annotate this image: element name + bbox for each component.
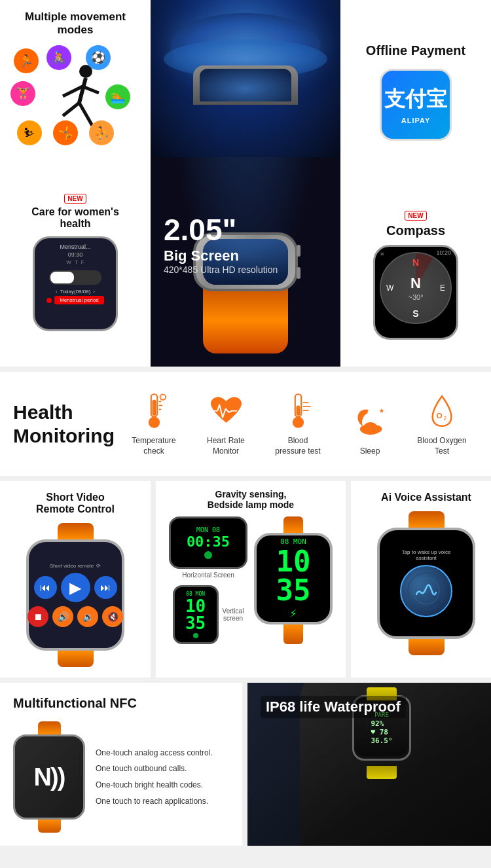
nfc-symbol: N)) xyxy=(34,763,65,791)
section-features: Short Video Remote Control Short video r… xyxy=(0,481,491,678)
hero-screen-label: Big Screen xyxy=(164,247,278,264)
compass-w: W xyxy=(386,283,393,293)
svg-line-3 xyxy=(79,103,92,126)
mute-btn[interactable]: 🔇 xyxy=(102,606,123,627)
sport-icon-4: 🏋 xyxy=(10,81,35,106)
vert-time: 1035 xyxy=(185,598,206,632)
vertical-screen-block: 08 MON 1035 Vertical screen xyxy=(173,585,244,644)
ai-watch: Tap to wake up voice assistant xyxy=(377,528,475,639)
compass-degrees: ~30° xyxy=(408,293,423,301)
svg-rect-16 xyxy=(296,405,300,415)
blood-pressure-icon xyxy=(280,391,316,431)
nfc-band-top xyxy=(38,721,61,734)
watch-screen-top xyxy=(200,69,291,101)
payment-cell: Offline Payment 支付宝 ALIPAY xyxy=(340,0,491,183)
svg-text:2: 2 xyxy=(443,415,446,422)
wm-toggle xyxy=(49,270,101,285)
horiz-date: MON 08 xyxy=(196,526,220,533)
video-row2: ⏹ 🔊 🔉 🔇 xyxy=(27,606,123,627)
health-item-oxygen: O 2 Blood Oxygen Test xyxy=(416,391,468,456)
nfc-title: Multifunctional NFC xyxy=(13,696,137,711)
new-badge-compass: NEW xyxy=(405,211,426,221)
video-watch-band-top xyxy=(58,523,94,539)
alipay-chinese: 支付宝 xyxy=(384,85,447,114)
health-label-oxygen: Blood Oxygen Test xyxy=(417,436,466,456)
video-label-text: Short video remote xyxy=(50,563,94,569)
svg-line-2 xyxy=(63,103,79,116)
nfc-content: N)) One-touch analog access control. One… xyxy=(13,721,213,833)
horizontal-label: Horizontal Screen xyxy=(182,571,234,579)
large-band-bottom xyxy=(283,624,303,644)
prev-btn[interactable]: ⏮ xyxy=(34,576,57,599)
vertical-label: Vertical screen xyxy=(223,607,244,622)
nfc-feature-2: One touch outbound calls. xyxy=(96,763,213,774)
heart-rate-icon xyxy=(208,391,244,431)
small-screens: MON 08 00:35 Horizontal Screen 08 MON 10… xyxy=(169,516,247,644)
svg-point-18 xyxy=(295,419,301,425)
crown-top xyxy=(297,245,300,257)
alipay-box: 支付宝 ALIPAY xyxy=(380,69,452,141)
nfc-feature-1: One-touch analog access control. xyxy=(96,748,213,759)
sport-icon-3: ⚽ xyxy=(86,45,111,70)
nfc-feature-4: One touch to reach applications. xyxy=(96,796,213,807)
ai-wave-visual xyxy=(407,571,446,611)
video-watch: Short video remote ⟳ ⏮ ▶ ⏭ ⏹ 🔊 🔉 🔇 xyxy=(26,539,124,651)
wm-app-title: Menstrual... xyxy=(60,244,90,250)
wm-date: Today(09/08) xyxy=(60,289,91,295)
compass-n: N xyxy=(412,257,419,268)
health-label-blood: Blood pressure test xyxy=(275,436,320,456)
health-item-temperature: ° Temperature check xyxy=(128,391,180,456)
wm-period-label: Menstrual period xyxy=(54,296,104,304)
screens-row: MON 08 00:35 Horizontal Screen 08 MON 10… xyxy=(169,516,333,644)
health-monitoring-section: Health Monitoring ° Temperature check xyxy=(0,372,491,476)
sport-icon-7: 🤸 xyxy=(53,120,78,145)
wm-date-row: ‹ Today(09/08) › xyxy=(56,289,95,295)
wm-days: W T F xyxy=(66,259,84,265)
payment-title: Offline Payment xyxy=(366,43,465,58)
women-title: Care for women's health xyxy=(31,206,119,230)
play-btn[interactable]: ▶ xyxy=(61,573,90,602)
compass-cell: NEW Compass 10:20 ≡ N S E W N ~30° xyxy=(340,183,491,367)
lw-lightning: ⚡ xyxy=(290,606,297,620)
alipay-label: ALIPAY xyxy=(401,117,431,124)
compass-s: S xyxy=(412,308,418,319)
movement-cell: Multiple movement modes 🏃 🚴 ⚽ 🏋 🏊 ⛷ � xyxy=(0,0,151,183)
compass-e: E xyxy=(440,283,445,293)
health-item-blood-pressure: Blood pressure test xyxy=(272,391,324,456)
movement-title: Multiple movement modes xyxy=(10,10,140,37)
hero-text-block: 2.05" Big Screen 420*485 Ultra HD resolu… xyxy=(164,212,278,275)
ai-circle xyxy=(400,565,452,617)
ai-voice-title: Ai Voice Assistant xyxy=(381,492,471,503)
wp-band-bottom xyxy=(367,766,397,779)
horiz-dot xyxy=(204,551,212,559)
compass-menu-icon: ≡ xyxy=(380,251,384,257)
svg-point-9 xyxy=(151,419,157,425)
health-label-temperature: Temperature check xyxy=(132,436,175,456)
video-watch-band-bottom xyxy=(58,651,94,667)
vol-down-btn[interactable]: 🔉 xyxy=(77,606,98,627)
health-item-heartrate: Heart Rate Monitor xyxy=(200,391,252,456)
nfc-feature-list: One-touch analog access control. One tou… xyxy=(96,748,213,807)
orange-band xyxy=(203,288,288,353)
earth-screen-fill xyxy=(200,69,291,101)
horizontal-watch: MON 08 00:35 xyxy=(169,516,247,569)
health-monitoring-title: Health Monitoring xyxy=(13,401,118,448)
compass-center: N ~30° xyxy=(408,275,423,301)
compass-direction: N xyxy=(408,275,423,292)
nfc-watch: N)) xyxy=(13,734,85,820)
ai-watch-with-band: Tap to wake up voice assistant xyxy=(377,511,475,655)
thermometer-icon: ° xyxy=(136,391,172,431)
horizontal-screen-block: MON 08 00:35 Horizontal Screen xyxy=(169,516,247,579)
large-watch-display: 08 MON 1035 ⚡ xyxy=(254,516,333,644)
sport-icon-6: ⛷ xyxy=(17,120,42,145)
next-btn[interactable]: ⏭ xyxy=(94,576,117,599)
compass-title: Compass xyxy=(386,223,445,238)
wm-period-row: Menstrual period xyxy=(46,296,104,304)
health-item-sleep: Sleep xyxy=(344,402,396,457)
stop-btn[interactable]: ⏹ xyxy=(27,606,48,627)
horiz-time: 00:35 xyxy=(187,535,230,549)
ai-band-top xyxy=(409,511,445,528)
earth-in-screen xyxy=(200,69,291,101)
svg-line-5 xyxy=(82,86,99,93)
vol-up-btn[interactable]: 🔊 xyxy=(52,606,73,627)
